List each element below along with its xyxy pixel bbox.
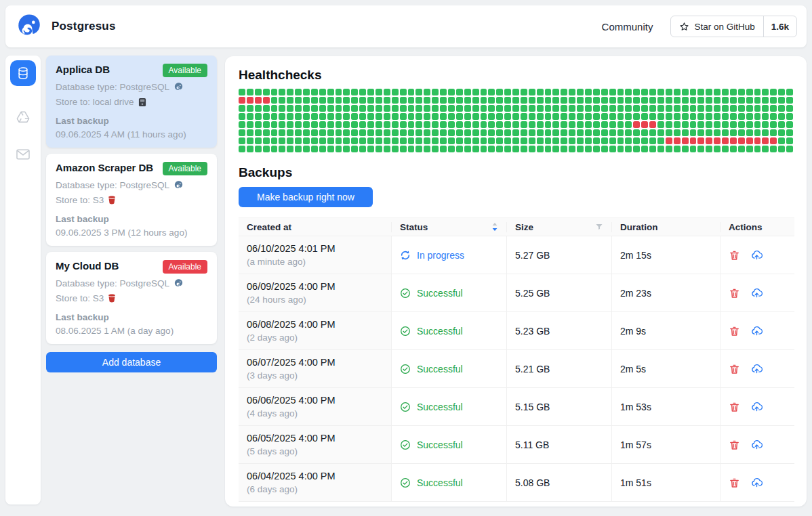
healthcheck-cell: [690, 121, 697, 128]
delete-backup-button[interactable]: [729, 363, 740, 375]
healthcheck-cell: [706, 121, 712, 128]
healthcheck-cell: [521, 137, 527, 144]
healthcheck-cell: [488, 89, 495, 95]
app-logo-elephant-icon: [15, 12, 43, 41]
healthcheck-cell: [617, 146, 624, 152]
healthcheck-cell: [730, 89, 737, 95]
healthcheck-cell: [682, 129, 689, 136]
healthcheck-cell: [617, 129, 624, 136]
database-card-amazon-scraper[interactable]: Amazon Scraper DB Available Database typ…: [46, 154, 217, 246]
healthcheck-cell: [529, 121, 535, 128]
database-card-applica[interactable]: Applica DB Available Database type: Post…: [46, 56, 217, 148]
healthcheck-cell: [488, 146, 495, 152]
star-on-github-button[interactable]: Star on GitHub 1.6k: [670, 16, 797, 37]
community-link[interactable]: Community: [602, 21, 653, 33]
healthcheck-cell: [239, 146, 245, 152]
app-header: Postgresus Community Star on GitHub 1.6k: [5, 5, 807, 47]
healthcheck-cell: [384, 97, 390, 104]
healthcheck-cell: [730, 113, 737, 120]
delete-backup-button[interactable]: [729, 477, 740, 489]
healthcheck-cell: [697, 121, 704, 128]
backup-row: 06/07/2025 4:00 PM(3 days ago)Successful…: [239, 350, 794, 388]
filter-funnel-icon[interactable]: [595, 223, 603, 231]
delete-backup-button[interactable]: [729, 401, 740, 413]
delete-backup-button[interactable]: [729, 439, 740, 451]
healthcheck-cell: [319, 113, 326, 120]
healthcheck-cell: [778, 97, 785, 104]
healthcheck-cell: [690, 113, 697, 120]
healthcheck-cell: [617, 121, 624, 128]
column-header-status[interactable]: Status: [392, 222, 507, 232]
healthcheck-cell: [633, 146, 640, 152]
healthcheck-cell: [778, 121, 785, 128]
store-to-label: Store to: local drive: [56, 97, 134, 107]
column-header-actions: Actions: [720, 222, 794, 232]
healthcheck-cell: [706, 129, 712, 136]
healthcheck-cell: [279, 121, 285, 128]
healthcheck-cell: [336, 105, 342, 112]
column-header-created-at: Created at: [239, 222, 392, 232]
duration-value: 1m 53s: [620, 402, 651, 412]
delete-backup-button[interactable]: [729, 287, 740, 299]
status-label: Successful: [417, 439, 463, 450]
healthcheck-cell: [327, 113, 334, 120]
download-backup-button[interactable]: [750, 287, 763, 299]
healthcheck-cell: [778, 105, 785, 112]
healthcheck-cell: [496, 129, 503, 136]
healthcheck-cell: [367, 121, 374, 128]
healthcheck-cell: [440, 129, 447, 136]
healthcheck-cell: [762, 89, 769, 95]
healthcheck-cell: [666, 129, 672, 136]
healthcheck-cell: [786, 129, 793, 136]
healthcheck-cell: [263, 129, 270, 136]
healthcheck-cell: [472, 146, 479, 152]
sidebar-item-notifications[interactable]: [16, 148, 31, 160]
created-date: 06/07/2025 4:00 PM: [247, 356, 336, 369]
created-at-cell: 06/09/2025 4:00 PM(24 hours ago): [239, 274, 392, 311]
healthcheck-cell: [247, 113, 253, 120]
healthcheck-cell: [649, 89, 656, 95]
healthcheck-cell: [625, 129, 632, 136]
healthcheck-cell: [746, 137, 753, 144]
sidebar-item-databases[interactable]: [10, 60, 36, 86]
delete-backup-button[interactable]: [729, 249, 740, 261]
healthcheck-cell: [319, 129, 326, 136]
healthcheck-cell: [666, 146, 672, 152]
healthcheck-cell: [279, 105, 285, 112]
download-backup-button[interactable]: [750, 439, 763, 450]
status-cell: Successful: [392, 464, 507, 501]
healthcheck-cell: [336, 146, 342, 152]
healthcheck-cell: [674, 89, 681, 95]
sort-carets-icon[interactable]: [491, 222, 498, 232]
healthcheck-cell: [738, 113, 745, 120]
size-value: 5.11 GB: [515, 439, 549, 450]
healthcheck-cell: [351, 89, 358, 95]
download-backup-button[interactable]: [750, 363, 763, 374]
healthcheck-cell: [577, 137, 584, 144]
healthcheck-cell: [537, 113, 544, 120]
healthcheck-cell: [263, 121, 270, 128]
healthcheck-cell: [521, 129, 527, 136]
healthcheck-cell: [343, 146, 350, 152]
delete-backup-button[interactable]: [729, 325, 740, 337]
healthcheck-cell: [657, 121, 664, 128]
healthcheck-cell: [336, 121, 342, 128]
healthcheck-cell: [746, 113, 753, 120]
healthcheck-cell: [279, 146, 285, 152]
download-backup-button[interactable]: [750, 401, 763, 412]
healthcheck-cell: [375, 129, 382, 136]
healthcheck-cell: [738, 121, 745, 128]
sidebar-item-storage[interactable]: [16, 110, 31, 124]
download-backup-button[interactable]: [750, 477, 763, 488]
download-backup-button[interactable]: [750, 249, 763, 261]
healthcheck-cell: [295, 105, 302, 112]
healthcheck-cell: [303, 146, 310, 152]
check-circle-icon: [400, 439, 411, 450]
download-backup-button[interactable]: [750, 325, 763, 337]
size-cell: 5.27 GB: [507, 236, 612, 274]
make-backup-button[interactable]: Make backup right now: [239, 187, 373, 207]
add-database-button[interactable]: Add database: [46, 352, 217, 372]
column-header-size[interactable]: Size: [507, 222, 612, 232]
healthchecks-grid: [239, 89, 793, 152]
database-card-my-cloud[interactable]: My Cloud DB Available Database type: Pos…: [46, 252, 217, 344]
